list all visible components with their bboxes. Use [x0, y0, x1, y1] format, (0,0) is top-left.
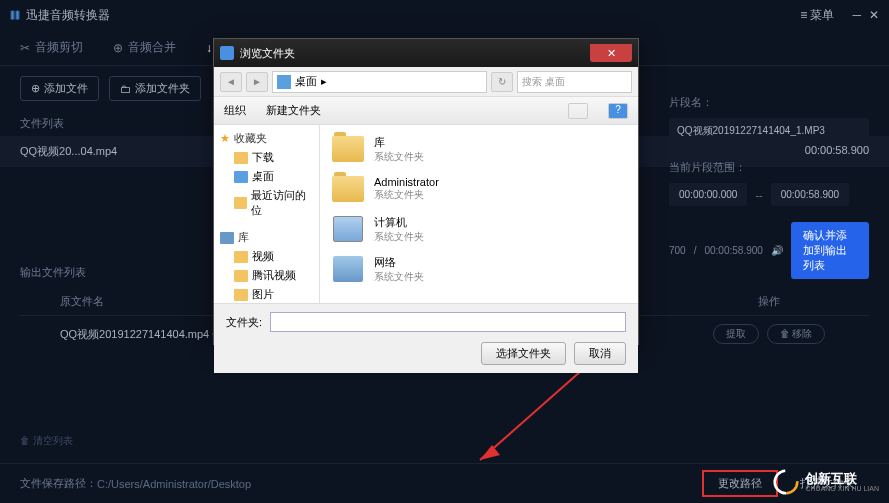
- play-position: 700: [669, 245, 686, 256]
- network-icon: [333, 256, 363, 282]
- dialog-content: 库系统文件夹 Administrator系统文件夹 计算机系统文件夹 网络系统文…: [320, 125, 638, 303]
- plus-icon: ⊕: [31, 82, 40, 95]
- file-name: QQ视频20...04.mp4: [20, 144, 117, 159]
- folder-icon: [234, 171, 248, 183]
- item-computer[interactable]: 计算机系统文件夹: [330, 209, 628, 249]
- titlebar: ⦀⦀ 迅捷音频转换器 ≡ 菜单 ─ ✕: [0, 0, 889, 30]
- nav-back-button[interactable]: ◄: [220, 72, 242, 92]
- annotation-arrow: [460, 355, 600, 475]
- watermark-text: 创新互联: [805, 472, 879, 485]
- dialog-title: 浏览文件夹: [240, 46, 295, 61]
- folder-icon: [234, 152, 248, 164]
- desktop-icon: [277, 75, 291, 89]
- organize-menu[interactable]: 组织: [224, 103, 246, 118]
- time-end-input[interactable]: 00:00:58.900: [771, 183, 849, 206]
- browse-folder-dialog: 浏览文件夹 ✕ ◄ ► 桌面 ▸ ↻ 搜索 桌面 组织 新建文件夹 ? ★收藏夹…: [213, 38, 639, 345]
- computer-icon: [333, 216, 363, 242]
- help-button[interactable]: ?: [608, 103, 628, 119]
- extract-icon: ↓: [206, 41, 212, 55]
- tab-cut[interactable]: ✂音频剪切: [20, 39, 83, 56]
- view-options-button[interactable]: [568, 103, 588, 119]
- folder-name-input[interactable]: [270, 312, 626, 332]
- user-folder-icon: [332, 176, 364, 202]
- change-path-button[interactable]: 更改路径: [702, 470, 778, 497]
- close-button[interactable]: ✕: [869, 8, 879, 22]
- new-folder-button[interactable]: 新建文件夹: [266, 103, 321, 118]
- tab-merge[interactable]: ⊕音频合并: [113, 39, 176, 56]
- item-network[interactable]: 网络系统文件夹: [330, 249, 628, 289]
- segment-name-value: QQ视频20191227141404_1.MP3: [669, 118, 869, 144]
- menu-button[interactable]: ≡ 菜单: [800, 7, 834, 24]
- dialog-icon: [220, 46, 234, 60]
- save-path: C:/Users/Administrator/Desktop: [97, 478, 251, 490]
- library-icon: [220, 232, 234, 244]
- volume-icon[interactable]: 🔊: [771, 245, 783, 256]
- folder-icon: [234, 289, 248, 301]
- sidebar-favorites[interactable]: ★收藏夹: [214, 129, 319, 148]
- add-folder-button[interactable]: 🗀添加文件夹: [109, 76, 201, 101]
- sidebar-videos[interactable]: 视频: [214, 247, 319, 266]
- footer: 文件保存路径： C:/Users/Administrator/Desktop 更…: [0, 463, 889, 503]
- watermark-subtext: CHUANG XIN HU LIAN: [805, 485, 879, 492]
- dialog-sidebar: ★收藏夹 下载 桌面 最近访问的位 库 视频 腾讯视频 图片 文档: [214, 125, 320, 303]
- sidebar-pictures[interactable]: 图片: [214, 285, 319, 303]
- breadcrumb[interactable]: 桌面 ▸: [272, 71, 487, 93]
- watermark-logo-icon: [773, 469, 799, 495]
- time-start-input[interactable]: 00:00:00.000: [669, 183, 747, 206]
- refresh-button[interactable]: ↻: [491, 72, 513, 92]
- range-label: 当前片段范围：: [669, 160, 869, 175]
- dialog-close-button[interactable]: ✕: [590, 44, 632, 62]
- folder-icon: 🗀: [120, 83, 131, 95]
- add-file-button[interactable]: ⊕添加文件: [20, 76, 99, 101]
- file-list-title: 文件列表: [20, 116, 64, 131]
- app-title: 迅捷音频转换器: [26, 7, 110, 24]
- delete-button[interactable]: 🗑 移除: [767, 324, 826, 344]
- sidebar-recent[interactable]: 最近访问的位: [214, 186, 319, 220]
- time-separator: --: [755, 189, 762, 201]
- sidebar-downloads[interactable]: 下载: [214, 148, 319, 167]
- cancel-button[interactable]: 取消: [574, 342, 626, 365]
- scissors-icon: ✂: [20, 41, 30, 55]
- item-administrator[interactable]: Administrator系统文件夹: [330, 169, 628, 209]
- sidebar-desktop[interactable]: 桌面: [214, 167, 319, 186]
- sidebar-library[interactable]: 库: [214, 228, 319, 247]
- chevron-right-icon: ▸: [321, 75, 327, 88]
- folder-icon: [234, 270, 248, 282]
- library-folder-icon: [332, 136, 364, 162]
- minimize-button[interactable]: ─: [852, 8, 861, 22]
- svg-marker-1: [480, 445, 500, 460]
- merge-icon: ⊕: [113, 41, 123, 55]
- extract-button[interactable]: 提取: [713, 324, 759, 344]
- trash-icon: 🗑: [20, 435, 30, 446]
- path-label: 文件保存路径：: [20, 476, 97, 491]
- folder-icon: [234, 197, 247, 209]
- star-icon: ★: [220, 132, 230, 145]
- clear-output-button[interactable]: 🗑 清空列表: [20, 434, 73, 448]
- dialog-footer: 文件夹: 选择文件夹 取消: [214, 303, 638, 373]
- trash-icon: 🗑: [780, 328, 790, 339]
- dialog-nav: ◄ ► 桌面 ▸ ↻ 搜索 桌面: [214, 67, 638, 97]
- segment-panel: 片段名： QQ视频20191227141404_1.MP3 当前片段范围： 00…: [669, 95, 869, 279]
- dialog-titlebar: 浏览文件夹 ✕: [214, 39, 638, 67]
- search-input[interactable]: 搜索 桌面: [517, 71, 632, 93]
- nav-forward-button[interactable]: ►: [246, 72, 268, 92]
- sidebar-tencent[interactable]: 腾讯视频: [214, 266, 319, 285]
- play-total: 00:00:58.900: [704, 245, 762, 256]
- folder-icon: [234, 251, 248, 263]
- segment-name-label: 片段名：: [669, 95, 869, 110]
- dialog-toolbar: 组织 新建文件夹 ?: [214, 97, 638, 125]
- col-header-ops: 操作: [669, 294, 869, 309]
- item-library[interactable]: 库系统文件夹: [330, 129, 628, 169]
- app-logo-icon: ⦀⦀: [10, 8, 20, 22]
- watermark: 创新互联 CHUANG XIN HU LIAN: [773, 469, 879, 495]
- select-folder-button[interactable]: 选择文件夹: [481, 342, 566, 365]
- folder-input-label: 文件夹:: [226, 315, 262, 330]
- svg-line-0: [480, 363, 590, 460]
